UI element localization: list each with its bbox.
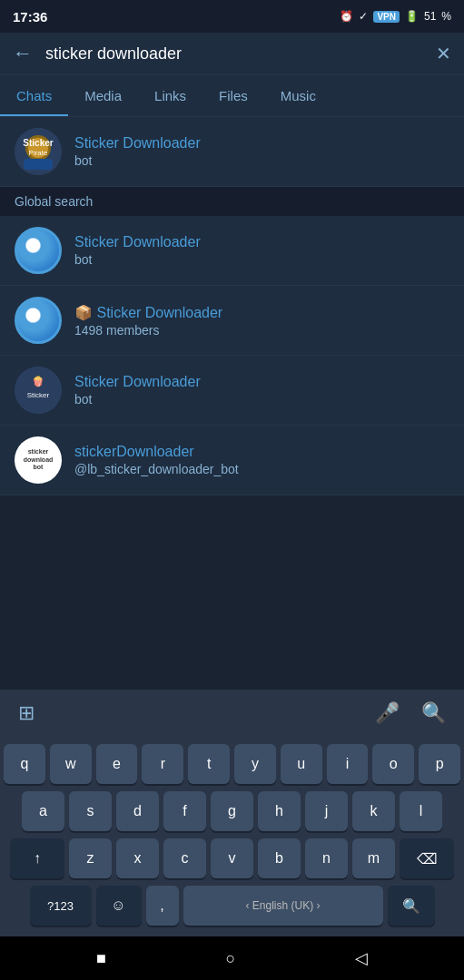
key-e[interactable]: e [96, 744, 138, 784]
local-results: Sticker Pirate Sticker Downloader bot [0, 117, 464, 187]
chat-sub: bot [74, 252, 449, 267]
key-w[interactable]: w [50, 744, 92, 784]
key-space[interactable]: ‹ English (UK) › [183, 886, 383, 926]
key-n[interactable]: n [305, 838, 348, 878]
tab-bar: Chats Media Links Files Music [0, 75, 464, 117]
chat-name: stickerDownloader [74, 444, 449, 460]
key-search[interactable]: 🔍 [388, 886, 435, 926]
chat-name: Sticker Downloader [74, 234, 449, 250]
key-shift[interactable]: ↑ [10, 838, 64, 878]
svg-text:🍿: 🍿 [32, 375, 44, 387]
key-p[interactable]: p [419, 744, 460, 784]
key-q[interactable]: q [4, 744, 45, 784]
chat-info: Sticker Downloader bot [74, 234, 449, 267]
tab-chats[interactable]: Chats [0, 75, 68, 116]
chat-info: Sticker Downloader bot [74, 135, 449, 168]
svg-text:Sticker: Sticker [27, 391, 50, 399]
status-bar: 17:36 ⏰ ✓ VPN 🔋 51 % [0, 0, 464, 33]
avatar: stickerdownloadbot [15, 436, 62, 484]
emoji-prefix: 📦 [74, 305, 96, 320]
key-z[interactable]: z [69, 838, 112, 878]
grid-icon[interactable]: ⊞ [18, 701, 35, 725]
global-search-header: Global search [0, 187, 464, 216]
list-item[interactable]: Sticker Pirate Sticker Downloader bot [0, 117, 464, 187]
chat-name: 📦 Sticker Downloader [74, 304, 449, 321]
svg-text:Pirate: Pirate [29, 149, 48, 157]
chat-sub: bot [74, 153, 449, 168]
keyboard-toolbar: ⊞ 🎤 🔍 [0, 690, 464, 737]
list-item[interactable]: stickerdownloadbot stickerDownloader @lb… [0, 426, 464, 495]
key-v[interactable]: v [211, 838, 253, 878]
nav-square[interactable]: ■ [96, 949, 106, 968]
list-item[interactable]: 📦 Sticker Downloader 1498 members [0, 286, 464, 356]
alarm-icon: ⏰ [340, 10, 353, 23]
keyboard-main: q w e r t y u i o p a s d f g h j k l ↑ … [0, 737, 464, 936]
chat-info: Sticker Downloader bot [74, 374, 449, 407]
global-results: Sticker Downloader bot 📦 Sticker Downloa… [0, 216, 464, 495]
key-d[interactable]: d [116, 791, 159, 831]
list-item[interactable]: Sticker Downloader bot [0, 216, 464, 286]
mic-icon[interactable]: 🎤 [375, 701, 400, 725]
key-i[interactable]: i [327, 744, 369, 784]
key-j[interactable]: j [305, 791, 348, 831]
key-emoji[interactable]: ☺ [96, 886, 142, 926]
key-s[interactable]: s [69, 791, 112, 831]
nav-circle[interactable]: ○ [226, 949, 236, 968]
search-bar: ← sticker downloader ✕ [0, 33, 464, 75]
avatar [15, 297, 62, 344]
avatar: 🍿 Sticker [15, 367, 62, 414]
battery-level: 51 [424, 10, 436, 23]
tab-links[interactable]: Links [138, 75, 202, 116]
key-h[interactable]: h [258, 791, 301, 831]
key-row-4: ?123 ☺ , ‹ English (UK) › 🔍 [4, 886, 460, 926]
svg-text:Sticker: Sticker [23, 138, 53, 148]
status-icons: ⏰ ✓ VPN 🔋 51 % [340, 10, 451, 23]
key-f[interactable]: f [163, 791, 206, 831]
key-c[interactable]: c [163, 838, 206, 878]
key-g[interactable]: g [211, 791, 253, 831]
avatar: Sticker Pirate [15, 128, 62, 175]
svg-point-6 [15, 367, 62, 414]
check-icon: ✓ [359, 10, 368, 23]
chat-info: 📦 Sticker Downloader 1498 members [74, 304, 449, 338]
chat-sub: @lb_sticker_downloader_bot [74, 462, 449, 476]
key-row-3: ↑ z x c v b n m ⌫ [4, 838, 460, 878]
chat-sub: bot [74, 392, 449, 407]
battery-icon: % [441, 10, 451, 23]
key-m[interactable]: m [352, 838, 395, 878]
chat-name: Sticker Downloader [74, 135, 449, 152]
chat-name: Sticker Downloader [74, 374, 449, 390]
nav-triangle[interactable]: ◁ [355, 948, 368, 968]
keyboard: ⊞ 🎤 🔍 q w e r t y u i o p a s d f g h j … [0, 690, 464, 980]
key-t[interactable]: t [188, 744, 230, 784]
key-comma[interactable]: , [146, 886, 179, 926]
tab-files[interactable]: Files [202, 75, 264, 116]
vpn-badge: VPN [373, 11, 400, 23]
chat-sub: 1498 members [74, 323, 449, 338]
key-row-2: a s d f g h j k l [4, 791, 460, 831]
key-numbers[interactable]: ?123 [30, 886, 92, 926]
back-button[interactable]: ← [13, 42, 33, 65]
key-a[interactable]: a [22, 791, 64, 831]
clear-search-button[interactable]: ✕ [436, 43, 451, 64]
key-k[interactable]: k [352, 791, 395, 831]
nav-bar: ■ ○ ◁ [0, 936, 464, 980]
tab-media[interactable]: Media [68, 75, 138, 116]
key-x[interactable]: x [116, 838, 159, 878]
key-u[interactable]: u [281, 744, 322, 784]
list-item[interactable]: 🍿 Sticker Sticker Downloader bot [0, 356, 464, 426]
chat-info: stickerDownloader @lb_sticker_downloader… [74, 444, 449, 476]
key-b[interactable]: b [258, 838, 301, 878]
key-backspace[interactable]: ⌫ [400, 838, 454, 878]
status-time: 17:36 [13, 9, 47, 24]
key-y[interactable]: y [234, 744, 276, 784]
avatar [15, 227, 62, 274]
key-o[interactable]: o [372, 744, 414, 784]
signal-icon: 🔋 [405, 10, 419, 23]
search-query[interactable]: sticker downloader [45, 44, 423, 64]
key-l[interactable]: l [400, 791, 442, 831]
tab-music[interactable]: Music [264, 75, 332, 116]
search-toolbar-icon[interactable]: 🔍 [421, 701, 446, 725]
svg-rect-5 [24, 159, 53, 170]
key-r[interactable]: r [142, 744, 183, 784]
